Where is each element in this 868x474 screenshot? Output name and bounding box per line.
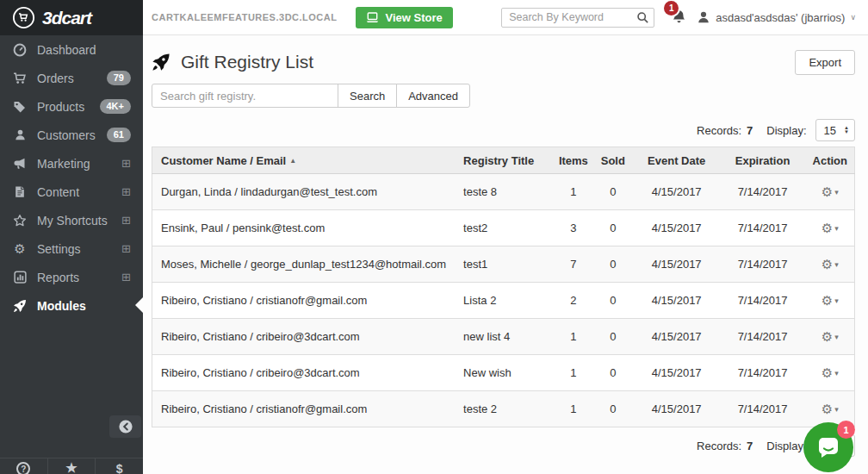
notifications-button[interactable]: 1	[672, 9, 686, 25]
customer-cell: Ribeiro, Cristiano / cristianofr@gmail.c…	[152, 283, 464, 319]
display-value: 15	[824, 124, 836, 137]
expand-plus-icon[interactable]: ⊞	[121, 214, 131, 227]
person-icon	[12, 128, 28, 141]
expiration-cell: 7/14/2017	[720, 319, 806, 355]
sidebar-item-modules[interactable]: Modules	[0, 291, 143, 320]
view-store-button[interactable]: View Store	[356, 7, 452, 28]
chat-bubble-icon	[816, 435, 840, 459]
gear-icon: ⚙	[822, 184, 833, 200]
column-event-date[interactable]: Event Date	[634, 147, 720, 174]
items-cell: 2	[555, 283, 592, 319]
help-button[interactable]: ?	[0, 458, 48, 474]
row-action-gear-button[interactable]: ⚙ ▾	[822, 257, 839, 272]
expand-plus-icon[interactable]: ⊞	[121, 242, 131, 255]
dollar-icon: $	[116, 462, 123, 474]
table-row: Ribeiro, Cristiano / cribeiro@3dcart.com…	[152, 355, 855, 391]
sold-cell: 0	[592, 319, 634, 355]
orders-count-badge: 79	[107, 71, 131, 84]
expand-plus-icon[interactable]: ⊞	[121, 185, 131, 198]
column-customer[interactable]: Customer Name / Email▲	[152, 147, 464, 174]
customer-cell: Ribeiro, Cristiano / cristianofr@gmail.c…	[152, 391, 464, 427]
column-items[interactable]: Items	[555, 147, 592, 174]
caret-down-icon: ▾	[834, 188, 839, 196]
caret-down-icon: ▾	[834, 405, 839, 414]
sidebar-item-label: Products	[37, 100, 84, 114]
caret-down-icon: ▾	[834, 296, 839, 305]
advanced-button[interactable]: Advanced	[396, 84, 470, 108]
tag-icon	[12, 100, 28, 114]
cart-icon	[12, 72, 28, 85]
sidebar-item-content[interactable]: Content ⊞	[0, 178, 143, 206]
app-logo[interactable]: 3dcart	[0, 0, 143, 35]
gear-icon: ⚙	[822, 221, 833, 236]
registry-search-input[interactable]	[152, 84, 338, 108]
main-content: Gift Registry List Export Search Advance…	[143, 35, 868, 474]
billing-button[interactable]: $	[96, 458, 143, 474]
caret-down-icon: ▾	[834, 333, 839, 341]
table-body: Durgan, Linda / lindadurgan@test_test.co…	[152, 174, 855, 427]
customer-cell: Ribeiro, Cristiano / cribeiro@3dcart.com	[152, 319, 464, 355]
help-icon: ?	[16, 462, 30, 474]
event-date-cell: 4/15/2017	[634, 319, 720, 355]
export-button[interactable]: Export	[795, 50, 855, 75]
column-registry-title[interactable]: Registry Title	[463, 147, 555, 174]
bar-chart-icon	[12, 271, 28, 284]
megaphone-icon	[12, 157, 28, 171]
sidebar-collapse-button[interactable]	[109, 415, 141, 438]
sidebar-item-settings[interactable]: ⚙ Settings ⊞	[0, 234, 143, 263]
sidebar-item-products[interactable]: Products 4K+	[0, 92, 143, 121]
table-row: Ribeiro, Cristiano / cristianofr@gmail.c…	[152, 283, 855, 319]
sidebar-item-label: Dashboard	[37, 43, 96, 57]
sidebar-item-my-shortcuts[interactable]: My Shortcuts ⊞	[0, 206, 143, 234]
row-action-gear-button[interactable]: ⚙ ▾	[822, 184, 839, 200]
records-count: 7	[747, 440, 753, 452]
expand-plus-icon[interactable]: ⊞	[121, 157, 131, 170]
sold-cell: 0	[592, 391, 634, 427]
dashboard-gauge-icon	[12, 43, 28, 57]
expand-plus-icon[interactable]: ⊞	[121, 271, 131, 284]
column-expiration[interactable]: Expiration	[720, 147, 806, 174]
display-label: Display:	[766, 124, 806, 137]
row-action-gear-button[interactable]: ⚙ ▾	[822, 221, 839, 236]
sold-cell: 0	[592, 283, 634, 319]
sidebar-item-reports[interactable]: Reports ⊞	[0, 263, 143, 291]
sidebar-item-marketing[interactable]: Marketing ⊞	[0, 149, 143, 178]
items-cell: 7	[555, 246, 592, 283]
sidebar-item-orders[interactable]: Orders 79	[0, 64, 143, 92]
sidebar-item-customers[interactable]: Customers 61	[0, 121, 143, 149]
display-select[interactable]: 15 ▲▼	[815, 119, 855, 141]
search-button[interactable]: Search	[338, 84, 397, 108]
gift-registry-table: Customer Name / Email▲ Registry Title It…	[152, 147, 855, 427]
items-cell: 1	[555, 355, 592, 391]
sold-cell: 0	[592, 174, 634, 210]
event-date-cell: 4/15/2017	[634, 210, 720, 246]
customer-cell: Ensink, Paul / pensink@test.com	[152, 210, 464, 246]
page-title-text: Gift Registry List	[181, 52, 313, 72]
sidebar-item-dashboard[interactable]: Dashboard	[0, 35, 143, 64]
expiration-cell: 7/14/2017	[720, 283, 806, 319]
column-sold[interactable]: Sold	[592, 147, 634, 174]
row-action-gear-button[interactable]: ⚙ ▾	[822, 293, 839, 309]
column-action: Action	[806, 147, 855, 174]
keyword-search-input[interactable]	[501, 8, 654, 28]
chat-launcher-button[interactable]: 1	[803, 422, 853, 472]
gears-icon: ⚙	[12, 242, 28, 255]
row-action-gear-button[interactable]: ⚙ ▾	[822, 329, 839, 345]
favorites-button[interactable]: ★	[48, 458, 96, 474]
circle-arrow-left-icon	[118, 419, 133, 434]
gear-icon: ⚙	[822, 329, 833, 345]
search-icon[interactable]	[636, 11, 649, 24]
expiration-cell: 7/14/2017	[720, 174, 806, 210]
row-action-gear-button[interactable]: ⚙ ▾	[822, 365, 839, 381]
sidebar-item-label: Modules	[37, 299, 86, 313]
sidebar-item-label: Orders	[37, 72, 74, 85]
row-action-gear-button[interactable]: ⚙ ▾	[822, 402, 839, 417]
caret-down-icon: ▾	[834, 224, 839, 233]
star-outline-icon	[12, 214, 28, 228]
rocket-icon	[152, 53, 170, 72]
gear-icon: ⚙	[822, 402, 833, 417]
store-url: CARTKALEEMFEATURES.3DC.LOCAL	[152, 12, 337, 22]
user-menu[interactable]: asdasd'asdsdas' (jbarrios) ∨	[697, 10, 856, 24]
customer-cell: Ribeiro, Cristiano / cribeiro@3dcart.com	[152, 355, 464, 391]
sidebar-item-label: My Shortcuts	[37, 214, 108, 228]
